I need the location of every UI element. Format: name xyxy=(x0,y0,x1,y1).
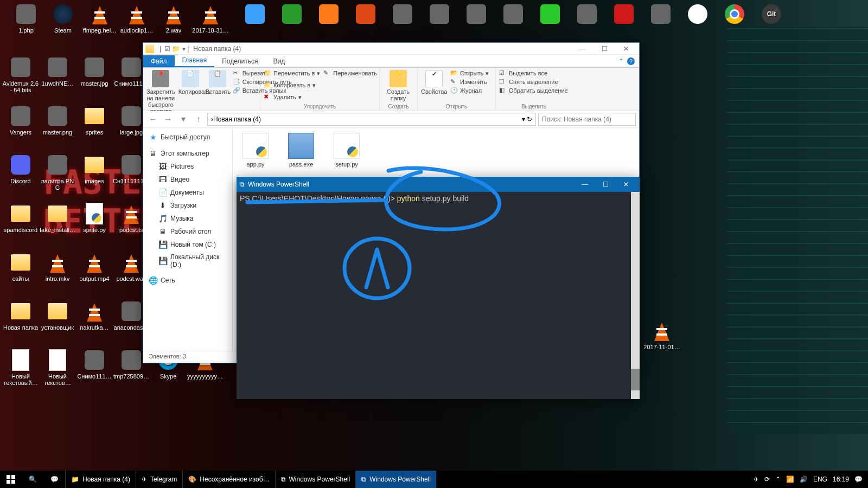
desktop-icon[interactable]: Новый текстовый… xyxy=(2,349,39,386)
this-pc[interactable]: 🖥Этот компьютер xyxy=(143,147,232,160)
sidebar-item[interactable]: ⬇Загрузки xyxy=(143,199,232,212)
desktop-icon[interactable] xyxy=(310,3,347,27)
taskbar-item[interactable]: ⧉Windows PowerShell xyxy=(275,471,356,488)
terminal-body[interactable]: PS C:\Users\EHOT\Desktop\Новая папка ( )… xyxy=(237,192,640,399)
desktop-icon[interactable]: output.mp4 xyxy=(76,252,113,282)
tray-chevron-up-icon[interactable]: ⌃ xyxy=(775,476,781,483)
powershell-titlebar[interactable]: ⧉ Windows PowerShell — ☐ ✕ xyxy=(237,177,640,192)
desktop-icon[interactable]: master.png xyxy=(39,105,76,136)
desktop-icon[interactable]: Vangers xyxy=(2,105,39,136)
desktop-icon[interactable]: nakrutka… xyxy=(76,300,113,331)
scrollbar[interactable] xyxy=(631,192,640,399)
desktop-icon[interactable] xyxy=(569,3,605,27)
desktop-icon[interactable]: 2017-10-31… xyxy=(192,3,229,34)
system-tray[interactable]: ✈ ⟳ ⌃ 📶 🔊 ENG 16:19 💬 xyxy=(748,476,868,483)
select-none-button[interactable]: ☐Снять выделение xyxy=(499,78,568,86)
desktop-icon[interactable]: Git xyxy=(753,3,790,27)
paste-button[interactable]: 📋Вставить xyxy=(206,69,229,95)
properties-button[interactable]: ✔Свойства xyxy=(421,69,447,95)
desktop-icon[interactable]: установщик xyxy=(39,300,76,331)
desktop-icon[interactable] xyxy=(458,3,495,27)
file-item[interactable]: pass.exe xyxy=(284,133,318,168)
forward-button[interactable]: → xyxy=(162,113,175,126)
desktop-icon[interactable]: сайты xyxy=(2,252,39,282)
scrollbar-thumb[interactable] xyxy=(631,369,640,390)
taskbar-item[interactable]: ✈Telegram xyxy=(136,471,182,488)
sidebar-item[interactable]: 📄Документы xyxy=(143,186,232,199)
copy-button[interactable]: 📄Копировать xyxy=(178,69,202,95)
minimize-button[interactable]: — xyxy=(572,43,593,55)
taskbar-item[interactable]: 🎨Несохранённое изоб… xyxy=(182,471,275,488)
desktop-icon[interactable] xyxy=(347,3,384,27)
navigation-pane[interactable]: ★Быстрый доступ 🖥Этот компьютер 🖼Picture… xyxy=(143,127,233,351)
search-input[interactable] xyxy=(538,113,636,126)
minimize-button[interactable]: — xyxy=(575,177,595,192)
address-bar[interactable]: › Новая папка (4)▾ ↻ xyxy=(207,113,536,126)
desktop-icon[interactable]: images xyxy=(76,154,113,184)
tab-home[interactable]: Главная xyxy=(175,54,215,67)
desktop-icon[interactable]: intro.mkv xyxy=(39,252,76,282)
history-button[interactable]: 🕑Журнал xyxy=(450,86,489,95)
desktop-icon[interactable]: Новая папка xyxy=(2,300,39,331)
edit-button[interactable]: ✎Изменить xyxy=(450,78,489,86)
recent-button[interactable]: ▾ xyxy=(177,113,190,126)
tab-share[interactable]: Поделиться xyxy=(214,55,265,67)
new-folder-button[interactable]: ✨Создать папку xyxy=(383,69,413,101)
move-to-button[interactable]: 📁Переместить в ▾ xyxy=(264,69,320,78)
explorer-titlebar[interactable]: | ☑ 📁 ▾ | Новая папка (4) — ☐ ✕ xyxy=(143,43,639,55)
tray-volume-icon[interactable]: 🔊 xyxy=(800,476,808,483)
taskbar-item[interactable]: 📁Новая папка (4) xyxy=(65,471,136,488)
sidebar-item[interactable]: 🖼Pictures xyxy=(143,160,232,173)
desktop-icon[interactable]: spamdiscord xyxy=(2,203,39,233)
invert-selection-button[interactable]: ◧Обратить выделение xyxy=(499,86,568,95)
desktop-icon[interactable]: sprites xyxy=(76,105,113,136)
tray-sync-icon[interactable]: ⟳ xyxy=(764,476,770,483)
desktop-icon[interactable]: палитра.PNG xyxy=(39,154,76,191)
tray-clock[interactable]: 16:19 xyxy=(833,476,849,483)
desktop-icon[interactable]: 1uwdhNE… xyxy=(39,56,76,87)
desktop-icon[interactable]: 1.php xyxy=(8,3,44,34)
desktop-icon[interactable]: Снимо111… xyxy=(76,349,113,380)
search-button[interactable]: 🔍 xyxy=(22,471,43,488)
cortana-button[interactable]: 💬 xyxy=(43,471,65,488)
maximize-button[interactable]: ☐ xyxy=(595,177,616,192)
select-all-button[interactable]: ☑Выделить все xyxy=(499,69,568,78)
sidebar-item[interactable]: 🎵Музыка xyxy=(143,212,232,225)
desktop-icon[interactable]: Steam xyxy=(44,3,81,34)
taskbar-item[interactable]: ⧉Windows PowerShell xyxy=(355,471,436,488)
desktop-icon[interactable] xyxy=(237,3,273,27)
desktop-icon[interactable] xyxy=(716,3,753,27)
rename-button[interactable]: ✎Переименовать xyxy=(323,69,377,78)
desktop-icon[interactable] xyxy=(679,3,716,27)
file-item[interactable]: setup.py xyxy=(329,133,364,168)
desktop-icon[interactable]: 2017-11-01… xyxy=(643,320,680,350)
desktop-icon[interactable]: fake_install… xyxy=(39,203,76,233)
quick-access[interactable]: ★Быстрый доступ xyxy=(143,131,232,144)
close-button[interactable]: ✕ xyxy=(615,43,637,55)
desktop-icon[interactable]: Avidemux 2.6 - 64 bits xyxy=(2,56,39,93)
desktop-icon[interactable]: Новый текстов… xyxy=(39,349,76,386)
tray-language[interactable]: ENG xyxy=(813,476,827,483)
ribbon-expand-icon[interactable]: ⌃ xyxy=(618,57,624,65)
desktop-icon[interactable] xyxy=(421,3,458,27)
desktop-icon[interactable]: ffmpeg.hel… xyxy=(81,3,118,34)
desktop-icon[interactable] xyxy=(642,3,679,27)
maximize-button[interactable]: ☐ xyxy=(593,43,615,55)
tray-notifications-icon[interactable]: 💬 xyxy=(854,476,863,483)
sidebar-item[interactable]: 🖥Рабочий стол xyxy=(143,225,232,238)
desktop-icon[interactable]: audioclip1… xyxy=(118,3,155,34)
help-icon[interactable]: ? xyxy=(627,57,635,65)
tray-wifi-icon[interactable]: 📶 xyxy=(786,476,794,483)
pin-to-quick-access-button[interactable]: 📌Закрепить на панели быстрого доступа xyxy=(146,69,175,114)
desktop-icon[interactable] xyxy=(532,3,569,27)
copy-to-button[interactable]: 📁Копировать в ▾ xyxy=(264,81,316,89)
desktop-icon[interactable] xyxy=(495,3,532,27)
taskbar[interactable]: 🔍 💬 📁Новая папка (4)✈Telegram🎨Несохранён… xyxy=(0,471,868,488)
sidebar-item[interactable]: 💾Новый том (C:) xyxy=(143,238,232,251)
desktop-icon[interactable] xyxy=(273,3,310,27)
desktop-icon[interactable]: Discord xyxy=(2,154,39,184)
desktop-icon[interactable]: master.jpg xyxy=(76,56,113,87)
powershell-window[interactable]: ⧉ Windows PowerShell — ☐ ✕ PS C:\Users\E… xyxy=(237,177,640,399)
desktop-icon[interactable] xyxy=(384,3,421,27)
sidebar-item[interactable]: 🎞Видео xyxy=(143,173,232,186)
